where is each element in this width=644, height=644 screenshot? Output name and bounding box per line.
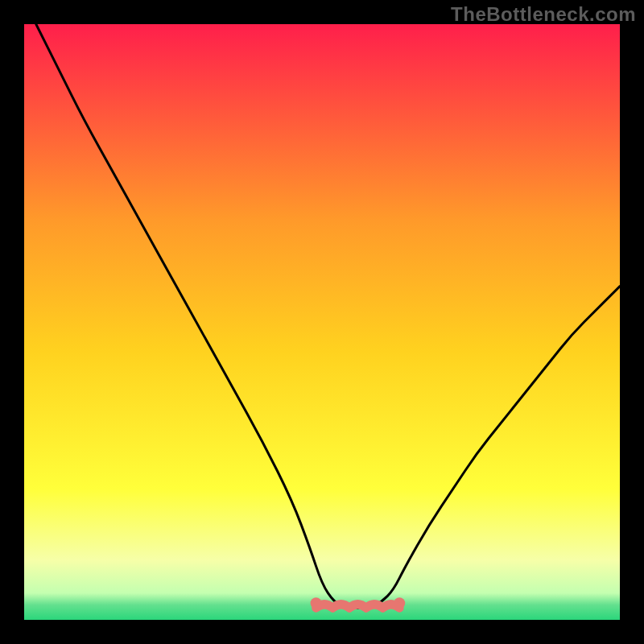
gradient-background bbox=[24, 24, 620, 620]
bottleneck-chart bbox=[24, 24, 620, 620]
watermark-text: TheBottleneck.com bbox=[451, 3, 636, 26]
plot-area bbox=[24, 24, 620, 620]
chart-frame: TheBottleneck.com bbox=[0, 0, 644, 644]
